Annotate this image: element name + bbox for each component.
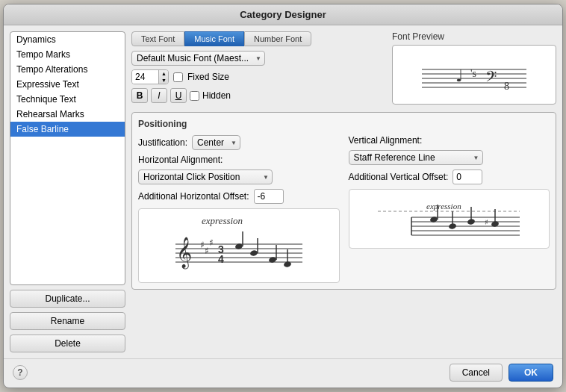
size-box: ▲ ▼ [131, 69, 169, 84]
horiz-alignment-select[interactable]: Horizontal Click Position [138, 169, 273, 184]
tab-number-font[interactable]: Number Font [244, 31, 311, 46]
hidden-checkbox[interactable] [190, 91, 199, 101]
music-preview-left-svg: expression 𝄞 ♯ [164, 211, 314, 281]
list-item-rehearsal-marks[interactable]: Rehearsal Marks [10, 107, 125, 122]
music-font-select[interactable]: Default Music Font (Maest... [131, 51, 265, 66]
svg-text:𝄞: 𝄞 [176, 237, 192, 270]
underline-button[interactable]: U [170, 88, 187, 103]
music-preview-left: expression 𝄞 ♯ [138, 208, 340, 283]
title-bar: Category Designer [4, 4, 562, 25]
tab-text-font[interactable]: Text Font [131, 31, 184, 46]
action-buttons: Cancel OK [450, 364, 553, 382]
dialog-title: Category Designer [240, 9, 326, 20]
horiz-alignment-select-row: Horizontal Click Position [138, 169, 340, 184]
vert-alignment-select[interactable]: Staff Reference Line [349, 150, 483, 165]
music-preview-right-svg: expression [374, 189, 523, 249]
preview-label: Font Preview [392, 31, 556, 42]
music-preview-right: expression [349, 189, 550, 249]
svg-text:𝄢: 𝄢 [485, 69, 497, 88]
rename-button[interactable]: Rename [10, 312, 125, 330]
svg-text:4: 4 [218, 253, 224, 265]
additional-horiz-input[interactable] [254, 189, 284, 204]
svg-text:'s: 's [470, 68, 476, 79]
help-button[interactable]: ? [13, 365, 28, 380]
size-up-button[interactable]: ▲ [159, 70, 169, 77]
size-row: ▲ ▼ Fixed Size [131, 69, 386, 84]
justification-label: Justification: [138, 137, 187, 148]
svg-text:expression: expression [202, 215, 243, 226]
list-item-false-barline[interactable]: False Barline [10, 122, 125, 137]
vert-alignment-select-wrapper[interactable]: Staff Reference Line [349, 150, 483, 165]
delete-button[interactable]: Delete [10, 335, 125, 352]
svg-text:8: 8 [504, 81, 509, 92]
justification-select-wrapper[interactable]: Center [192, 135, 240, 150]
hidden-label: Hidden [202, 90, 231, 101]
preview-svg: ♩ 's 𝄢 8 [414, 49, 534, 101]
svg-point-23 [249, 249, 258, 256]
tab-bar: Text Font Music Font Number Font [131, 31, 386, 46]
list-item-dynamics[interactable]: Dynamics [10, 32, 125, 47]
category-list[interactable]: Dynamics Tempo Marks Tempo Alterations E… [10, 31, 125, 285]
svg-text:expression: expression [426, 202, 461, 211]
list-item-technique-text[interactable]: Technique Text [10, 92, 125, 107]
fixed-size-label: Fixed Size [187, 72, 229, 82]
ok-button[interactable]: OK [509, 364, 553, 382]
horiz-alignment-select-wrapper[interactable]: Horizontal Click Position [138, 169, 273, 184]
svg-text:♩: ♩ [455, 66, 463, 85]
cancel-button[interactable]: Cancel [450, 364, 503, 382]
size-input[interactable] [132, 70, 158, 84]
preview-section: Font Preview ♩ 's 𝄢 [392, 31, 556, 106]
font-dropdown-row: Default Music Font (Maest... [131, 51, 386, 66]
list-item-tempo-marks[interactable]: Tempo Marks [10, 47, 125, 62]
size-stepper: ▲ ▼ [158, 70, 169, 84]
positioning-label: Positioning [138, 119, 550, 129]
list-item-tempo-alterations[interactable]: Tempo Alterations [10, 62, 125, 77]
tab-music-font[interactable]: Music Font [184, 31, 244, 46]
list-item-expressive-text[interactable]: Expressive Text [10, 77, 125, 92]
additional-vert-label: Additional Vertical Offset: [349, 172, 449, 182]
bottom-bar: ? Cancel OK [4, 358, 562, 388]
positioning-section: Positioning Justification: Center [131, 112, 556, 290]
duplicate-button[interactable]: Duplicate... [10, 290, 125, 308]
pos-content: Justification: Center Horizontal Alignme… [138, 135, 550, 283]
vert-alignment-row: Vertical Alignment: [349, 135, 550, 146]
top-section: Text Font Music Font Number Font Default… [131, 31, 556, 106]
additional-horiz-row: Additional Horizontal Offset: [138, 189, 340, 204]
vert-alignment-select-row: Staff Reference Line [349, 150, 550, 165]
horiz-alignment-row: Horizontal Alignment: [138, 155, 340, 165]
font-section: Text Font Music Font Number Font Default… [131, 31, 386, 106]
horiz-alignment-label: Horizontal Alignment: [138, 155, 223, 165]
music-font-select-wrapper[interactable]: Default Music Font (Maest... [131, 51, 265, 66]
style-row: B I U Hidden [131, 88, 386, 103]
svg-text:♯: ♯ [209, 237, 214, 248]
bold-button[interactable]: B [131, 88, 148, 103]
additional-vert-input[interactable] [453, 169, 482, 184]
dialog: Category Designer Dynamics Tempo Marks T… [3, 4, 563, 388]
additional-horiz-label: Additional Horizontal Offset: [138, 191, 249, 202]
svg-text:♯: ♯ [485, 218, 488, 226]
size-down-button[interactable]: ▼ [159, 77, 169, 84]
pos-left: Justification: Center Horizontal Alignme… [138, 135, 340, 283]
justification-row: Justification: Center [138, 135, 340, 150]
preview-box: ♩ 's 𝄢 8 [392, 45, 556, 105]
fixed-size-checkbox[interactable] [173, 72, 183, 82]
pos-right: Vertical Alignment: Staff Reference Line… [349, 135, 550, 283]
justification-select[interactable]: Center [192, 135, 240, 150]
additional-vert-row: Additional Vertical Offset: [349, 169, 550, 184]
vert-alignment-label: Vertical Alignment: [349, 135, 423, 146]
italic-button[interactable]: I [151, 88, 167, 103]
right-panel: Text Font Music Font Number Font Default… [131, 31, 556, 352]
left-panel: Dynamics Tempo Marks Tempo Alterations E… [10, 31, 125, 352]
